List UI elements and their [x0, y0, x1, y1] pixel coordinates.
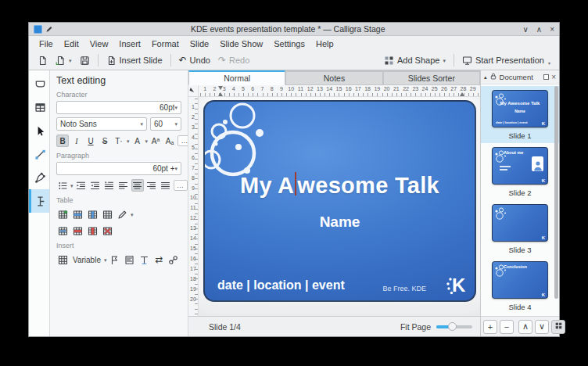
- indent-more-button[interactable]: [75, 179, 88, 192]
- menu-slide[interactable]: Slide: [185, 38, 214, 50]
- move-slide-up-button[interactable]: ∧: [518, 320, 532, 334]
- variable-button[interactable]: Variable: [71, 253, 102, 266]
- insert-row-button[interactable]: [71, 208, 84, 221]
- align-center-button[interactable]: [131, 179, 144, 192]
- slide-thumbnail-2[interactable]: About meKSlide 2: [481, 143, 559, 200]
- zoom-slider[interactable]: [436, 325, 472, 328]
- insert-table-button[interactable]: [56, 208, 70, 221]
- text-tool[interactable]: [29, 189, 49, 213]
- start-presentation-button[interactable]: Start Presentation ▾: [458, 54, 554, 67]
- text-frame-button[interactable]: [138, 253, 151, 266]
- chevron-down-icon[interactable]: ▾: [70, 183, 74, 188]
- indent-less-button[interactable]: [89, 179, 102, 192]
- save-button[interactable]: [76, 54, 94, 67]
- align-left-button[interactable]: [117, 179, 130, 192]
- menu-format[interactable]: Format: [146, 38, 185, 50]
- thumbnail-view-button[interactable]: [551, 320, 565, 334]
- add-shape-button[interactable]: Add Shape ▾: [380, 54, 450, 67]
- table-tool[interactable]: [29, 95, 49, 119]
- slide-subtitle-text[interactable]: Name: [205, 214, 475, 231]
- zoom-mode-label[interactable]: Fit Page: [400, 322, 431, 332]
- paragraph-style-combo[interactable]: 60pt ▾: [56, 101, 181, 114]
- strikethrough-button[interactable]: S: [99, 135, 111, 147]
- subscript-button[interactable]: Aₐ: [163, 135, 176, 147]
- character-more-button[interactable]: …: [177, 135, 188, 146]
- shape-select-tool[interactable]: [29, 72, 49, 95]
- font-family-combo[interactable]: Noto Sans ▾: [56, 117, 147, 131]
- align-right-button[interactable]: [145, 179, 158, 192]
- superscript-button[interactable]: Aª: [149, 135, 162, 147]
- special-character-button[interactable]: [56, 253, 70, 266]
- delete-table-button[interactable]: [101, 224, 114, 237]
- hyperlink-button[interactable]: [167, 253, 180, 266]
- freehand-path-tool[interactable]: [29, 166, 49, 189]
- tab-slides-sorter[interactable]: Slides Sorter: [383, 70, 480, 85]
- slide-thumbnail-3[interactable]: KSlide 3: [481, 200, 559, 257]
- lock-icon[interactable]: [489, 72, 497, 82]
- bookmark-button[interactable]: [108, 253, 121, 266]
- indent-marker[interactable]: [218, 92, 223, 96]
- slide-page[interactable]: My Awesome Talk Name date | location | e…: [203, 100, 476, 302]
- ruler-origin-corner[interactable]: [188, 85, 199, 96]
- slide-thumbnail-4[interactable]: ConclusionKSlide 4: [481, 257, 559, 314]
- slide-canvas-area[interactable]: My Awesome Talk Name date | location | e…: [199, 97, 480, 316]
- slide-footer-text[interactable]: date | location | event: [217, 278, 345, 292]
- align-justify-button[interactable]: [160, 179, 172, 192]
- collapse-icon[interactable]: ▴: [484, 74, 487, 81]
- title-bar[interactable]: KDE events presentation template * — Cal…: [29, 23, 559, 36]
- bullet-list-button[interactable]: [56, 179, 69, 192]
- close-docker-icon[interactable]: ×: [551, 73, 556, 81]
- indent-marker[interactable]: [460, 92, 464, 96]
- vertical-ruler[interactable]: 1234567891011121314151617181920: [188, 97, 199, 316]
- slide-thumbnail-1[interactable]: My Awesome TalkNamedate | location | eve…: [481, 86, 559, 143]
- merge-cells-button[interactable]: [56, 224, 70, 237]
- horizontal-ruler[interactable]: 1234567891011121314151617181920212223242…: [199, 85, 480, 96]
- close-button[interactable]: ×: [550, 25, 554, 34]
- tab-notes[interactable]: Notes: [285, 70, 382, 85]
- zoom-slider-handle[interactable]: [448, 322, 457, 331]
- table-properties-button[interactable]: [101, 208, 114, 221]
- italic-button[interactable]: I: [70, 135, 83, 147]
- insert-slide-button[interactable]: Insert Slide: [102, 54, 167, 67]
- maximize-button[interactable]: ∧: [536, 25, 542, 34]
- paragraph-format-combo[interactable]: 60pt + ▾: [56, 162, 181, 175]
- menu-slide-show[interactable]: Slide Show: [214, 38, 268, 50]
- bold-button[interactable]: B: [56, 135, 69, 147]
- undo-button[interactable]: ↶ Undo: [175, 54, 214, 66]
- delete-row-button[interactable]: [71, 224, 84, 237]
- paragraph-more-button[interactable]: …: [174, 180, 188, 191]
- interaction-tool[interactable]: [29, 119, 49, 142]
- chevron-down-icon[interactable]: ▾: [145, 138, 149, 144]
- chevron-down-icon[interactable]: ▾: [127, 138, 130, 144]
- connector-tool[interactable]: [29, 142, 49, 166]
- redo-button[interactable]: ↷ Redo: [214, 54, 253, 66]
- panel-scrollbar[interactable]: [554, 86, 558, 314]
- chevron-down-icon[interactable]: ▾: [131, 212, 134, 217]
- float-docker-icon[interactable]: [543, 74, 549, 80]
- open-document-button[interactable]: ▾: [52, 54, 76, 67]
- add-slide-button[interactable]: +: [483, 320, 497, 334]
- border-pen-button[interactable]: [116, 208, 129, 221]
- new-document-button[interactable]: [34, 54, 52, 67]
- menu-edit[interactable]: Edit: [59, 38, 84, 50]
- change-case-button[interactable]: T·: [113, 135, 125, 147]
- tab-normal[interactable]: Normal: [188, 70, 285, 85]
- slide-title-text[interactable]: My Awesome Talk: [205, 172, 475, 199]
- page-break-button[interactable]: ⇄: [152, 253, 165, 266]
- font-color-button[interactable]: A: [131, 135, 144, 147]
- chevron-down-icon[interactable]: ▾: [104, 257, 107, 263]
- delete-column-button[interactable]: [86, 224, 99, 237]
- font-size-combo[interactable]: 60 ▾: [150, 117, 181, 131]
- minimize-button[interactable]: ∨: [523, 25, 529, 34]
- remove-slide-button[interactable]: −: [500, 320, 514, 334]
- menu-view[interactable]: View: [84, 38, 114, 50]
- menu-help[interactable]: Help: [310, 38, 339, 50]
- first-line-indent-button[interactable]: [103, 179, 116, 192]
- indent-marker[interactable]: [218, 86, 223, 90]
- move-slide-down-button[interactable]: ∨: [535, 320, 549, 334]
- menu-file[interactable]: File: [34, 38, 59, 50]
- insert-column-button[interactable]: [86, 208, 99, 221]
- menu-settings[interactable]: Settings: [268, 38, 310, 50]
- menu-insert[interactable]: Insert: [113, 38, 146, 50]
- underline-button[interactable]: U: [84, 135, 97, 147]
